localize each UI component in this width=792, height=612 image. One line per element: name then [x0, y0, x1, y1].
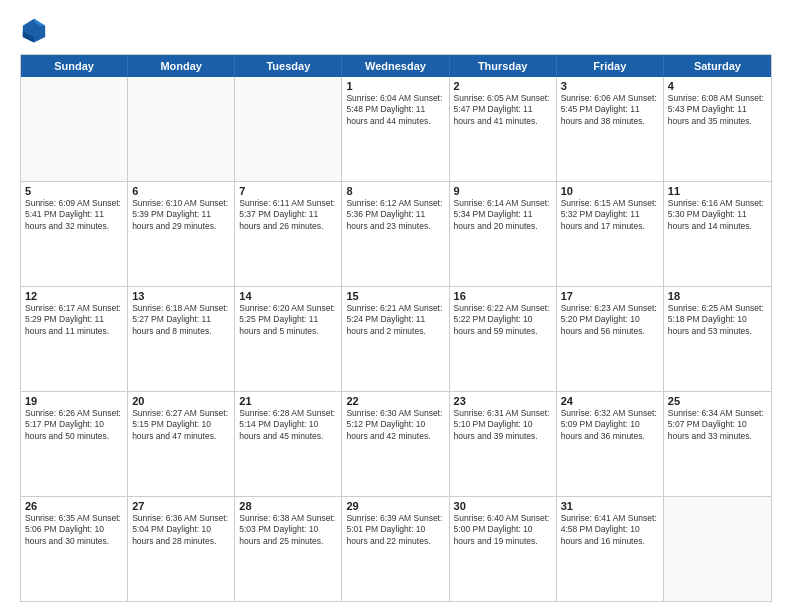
cal-cell-day-24: 24Sunrise: 6:32 AM Sunset: 5:09 PM Dayli… — [557, 392, 664, 496]
cal-cell-empty — [21, 77, 128, 181]
day-number: 23 — [454, 395, 552, 407]
calendar: SundayMondayTuesdayWednesdayThursdayFrid… — [20, 54, 772, 602]
cal-cell-day-21: 21Sunrise: 6:28 AM Sunset: 5:14 PM Dayli… — [235, 392, 342, 496]
cal-cell-day-22: 22Sunrise: 6:30 AM Sunset: 5:12 PM Dayli… — [342, 392, 449, 496]
cal-cell-day-3: 3Sunrise: 6:06 AM Sunset: 5:45 PM Daylig… — [557, 77, 664, 181]
header-day-thursday: Thursday — [450, 55, 557, 77]
page: SundayMondayTuesdayWednesdayThursdayFrid… — [0, 0, 792, 612]
cal-cell-day-27: 27Sunrise: 6:36 AM Sunset: 5:04 PM Dayli… — [128, 497, 235, 601]
header-day-tuesday: Tuesday — [235, 55, 342, 77]
cal-row-1: 5Sunrise: 6:09 AM Sunset: 5:41 PM Daylig… — [21, 181, 771, 286]
cal-cell-day-17: 17Sunrise: 6:23 AM Sunset: 5:20 PM Dayli… — [557, 287, 664, 391]
logo-icon — [20, 16, 48, 44]
day-number: 5 — [25, 185, 123, 197]
header-day-friday: Friday — [557, 55, 664, 77]
day-number: 25 — [668, 395, 767, 407]
day-info: Sunrise: 6:35 AM Sunset: 5:06 PM Dayligh… — [25, 513, 123, 547]
day-number: 7 — [239, 185, 337, 197]
day-info: Sunrise: 6:38 AM Sunset: 5:03 PM Dayligh… — [239, 513, 337, 547]
day-info: Sunrise: 6:22 AM Sunset: 5:22 PM Dayligh… — [454, 303, 552, 337]
cal-cell-day-18: 18Sunrise: 6:25 AM Sunset: 5:18 PM Dayli… — [664, 287, 771, 391]
cal-cell-day-2: 2Sunrise: 6:05 AM Sunset: 5:47 PM Daylig… — [450, 77, 557, 181]
cal-cell-day-8: 8Sunrise: 6:12 AM Sunset: 5:36 PM Daylig… — [342, 182, 449, 286]
day-info: Sunrise: 6:11 AM Sunset: 5:37 PM Dayligh… — [239, 198, 337, 232]
cal-cell-day-1: 1Sunrise: 6:04 AM Sunset: 5:48 PM Daylig… — [342, 77, 449, 181]
cal-cell-day-9: 9Sunrise: 6:14 AM Sunset: 5:34 PM Daylig… — [450, 182, 557, 286]
cal-cell-day-11: 11Sunrise: 6:16 AM Sunset: 5:30 PM Dayli… — [664, 182, 771, 286]
day-number: 4 — [668, 80, 767, 92]
day-number: 12 — [25, 290, 123, 302]
day-info: Sunrise: 6:04 AM Sunset: 5:48 PM Dayligh… — [346, 93, 444, 127]
day-info: Sunrise: 6:31 AM Sunset: 5:10 PM Dayligh… — [454, 408, 552, 442]
day-info: Sunrise: 6:41 AM Sunset: 4:58 PM Dayligh… — [561, 513, 659, 547]
cal-row-3: 19Sunrise: 6:26 AM Sunset: 5:17 PM Dayli… — [21, 391, 771, 496]
cal-cell-day-10: 10Sunrise: 6:15 AM Sunset: 5:32 PM Dayli… — [557, 182, 664, 286]
day-number: 15 — [346, 290, 444, 302]
day-info: Sunrise: 6:30 AM Sunset: 5:12 PM Dayligh… — [346, 408, 444, 442]
day-number: 11 — [668, 185, 767, 197]
cal-cell-day-4: 4Sunrise: 6:08 AM Sunset: 5:43 PM Daylig… — [664, 77, 771, 181]
day-number: 3 — [561, 80, 659, 92]
day-number: 30 — [454, 500, 552, 512]
cal-cell-day-31: 31Sunrise: 6:41 AM Sunset: 4:58 PM Dayli… — [557, 497, 664, 601]
cal-cell-day-14: 14Sunrise: 6:20 AM Sunset: 5:25 PM Dayli… — [235, 287, 342, 391]
day-info: Sunrise: 6:18 AM Sunset: 5:27 PM Dayligh… — [132, 303, 230, 337]
calendar-body: 1Sunrise: 6:04 AM Sunset: 5:48 PM Daylig… — [21, 77, 771, 601]
cal-cell-day-6: 6Sunrise: 6:10 AM Sunset: 5:39 PM Daylig… — [128, 182, 235, 286]
day-number: 9 — [454, 185, 552, 197]
cal-cell-day-16: 16Sunrise: 6:22 AM Sunset: 5:22 PM Dayli… — [450, 287, 557, 391]
day-number: 21 — [239, 395, 337, 407]
cal-cell-day-26: 26Sunrise: 6:35 AM Sunset: 5:06 PM Dayli… — [21, 497, 128, 601]
header-day-monday: Monday — [128, 55, 235, 77]
cal-cell-day-7: 7Sunrise: 6:11 AM Sunset: 5:37 PM Daylig… — [235, 182, 342, 286]
day-number: 28 — [239, 500, 337, 512]
day-number: 20 — [132, 395, 230, 407]
cal-cell-day-23: 23Sunrise: 6:31 AM Sunset: 5:10 PM Dayli… — [450, 392, 557, 496]
day-info: Sunrise: 6:28 AM Sunset: 5:14 PM Dayligh… — [239, 408, 337, 442]
day-number: 8 — [346, 185, 444, 197]
day-number: 2 — [454, 80, 552, 92]
calendar-header-row: SundayMondayTuesdayWednesdayThursdayFrid… — [21, 55, 771, 77]
header-day-wednesday: Wednesday — [342, 55, 449, 77]
header — [20, 16, 772, 44]
day-number: 1 — [346, 80, 444, 92]
day-info: Sunrise: 6:14 AM Sunset: 5:34 PM Dayligh… — [454, 198, 552, 232]
cal-cell-day-25: 25Sunrise: 6:34 AM Sunset: 5:07 PM Dayli… — [664, 392, 771, 496]
cal-cell-day-5: 5Sunrise: 6:09 AM Sunset: 5:41 PM Daylig… — [21, 182, 128, 286]
day-info: Sunrise: 6:05 AM Sunset: 5:47 PM Dayligh… — [454, 93, 552, 127]
day-number: 19 — [25, 395, 123, 407]
day-info: Sunrise: 6:36 AM Sunset: 5:04 PM Dayligh… — [132, 513, 230, 547]
cal-cell-day-19: 19Sunrise: 6:26 AM Sunset: 5:17 PM Dayli… — [21, 392, 128, 496]
cal-row-2: 12Sunrise: 6:17 AM Sunset: 5:29 PM Dayli… — [21, 286, 771, 391]
day-info: Sunrise: 6:26 AM Sunset: 5:17 PM Dayligh… — [25, 408, 123, 442]
day-number: 22 — [346, 395, 444, 407]
day-number: 14 — [239, 290, 337, 302]
day-info: Sunrise: 6:34 AM Sunset: 5:07 PM Dayligh… — [668, 408, 767, 442]
header-day-saturday: Saturday — [664, 55, 771, 77]
day-info: Sunrise: 6:21 AM Sunset: 5:24 PM Dayligh… — [346, 303, 444, 337]
day-info: Sunrise: 6:17 AM Sunset: 5:29 PM Dayligh… — [25, 303, 123, 337]
day-number: 18 — [668, 290, 767, 302]
day-number: 27 — [132, 500, 230, 512]
day-info: Sunrise: 6:06 AM Sunset: 5:45 PM Dayligh… — [561, 93, 659, 127]
day-info: Sunrise: 6:09 AM Sunset: 5:41 PM Dayligh… — [25, 198, 123, 232]
day-number: 17 — [561, 290, 659, 302]
day-info: Sunrise: 6:10 AM Sunset: 5:39 PM Dayligh… — [132, 198, 230, 232]
cal-cell-day-20: 20Sunrise: 6:27 AM Sunset: 5:15 PM Dayli… — [128, 392, 235, 496]
day-number: 16 — [454, 290, 552, 302]
cal-cell-day-29: 29Sunrise: 6:39 AM Sunset: 5:01 PM Dayli… — [342, 497, 449, 601]
day-info: Sunrise: 6:23 AM Sunset: 5:20 PM Dayligh… — [561, 303, 659, 337]
header-day-sunday: Sunday — [21, 55, 128, 77]
cal-row-4: 26Sunrise: 6:35 AM Sunset: 5:06 PM Dayli… — [21, 496, 771, 601]
day-info: Sunrise: 6:20 AM Sunset: 5:25 PM Dayligh… — [239, 303, 337, 337]
day-info: Sunrise: 6:08 AM Sunset: 5:43 PM Dayligh… — [668, 93, 767, 127]
day-info: Sunrise: 6:40 AM Sunset: 5:00 PM Dayligh… — [454, 513, 552, 547]
day-number: 31 — [561, 500, 659, 512]
day-number: 6 — [132, 185, 230, 197]
day-number: 10 — [561, 185, 659, 197]
day-number: 26 — [25, 500, 123, 512]
cal-cell-day-30: 30Sunrise: 6:40 AM Sunset: 5:00 PM Dayli… — [450, 497, 557, 601]
cal-cell-day-12: 12Sunrise: 6:17 AM Sunset: 5:29 PM Dayli… — [21, 287, 128, 391]
cal-cell-day-28: 28Sunrise: 6:38 AM Sunset: 5:03 PM Dayli… — [235, 497, 342, 601]
logo — [20, 16, 52, 44]
